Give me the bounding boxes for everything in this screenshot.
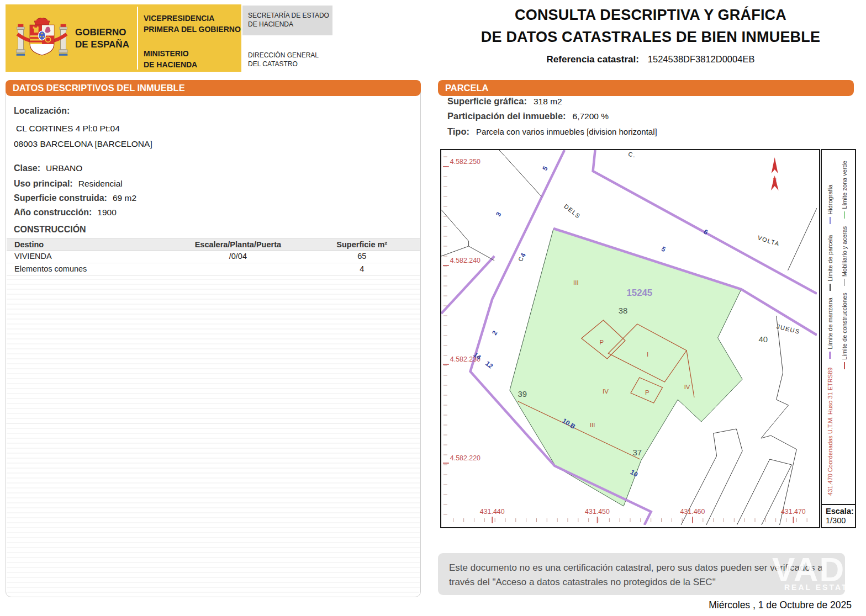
map-label: 39 [518,389,527,399]
map-label: 5 [541,164,550,172]
legend-item: Hidrografía [827,184,833,224]
map-label: 38 [619,306,628,315]
table-cell [172,263,304,276]
map-label: 12 [484,359,494,370]
x-axis-label: 431.450 [585,508,610,516]
secretaria-estado-box: SECRETARÍA DE ESTADO DE HACIENDA [242,6,332,35]
logo-gobierno-text: GOBIERNO DE ESPAÑA [75,26,129,51]
table-row: Elementos comunes4 [7,263,420,276]
legend-swatch-icon [829,352,831,359]
government-logo-block: GOBIERNO DE ESPAÑA VICEPRESIDENCIA PRIME… [6,4,332,72]
north-arrow-icon: N [771,157,779,190]
logo-divider [137,7,138,70]
svg-text:N: N [773,177,776,182]
legend-item: Límite zona verde [841,161,848,218]
descriptive-data-panel: DATOS DESCRIPTIVOS DEL INMUEBLE Localiza… [6,80,421,597]
table-cell: 4 [304,263,420,276]
logo-right-column: SECRETARÍA DE ESTADO DE HACIENDA DIRECCI… [242,4,332,72]
column-header-escalera: Escalera/Planta/Puerta [172,239,304,251]
tipo-field: Tipo:Parcela con varios inmuebles [divis… [447,126,657,137]
cadastral-reference: Referencia catastral:1524538DF3812D0004E… [445,54,856,65]
legend-item: Límite de parcela [827,235,833,291]
legend-swatch-icon [844,211,845,219]
map-label: I [647,351,648,358]
localizacion-label: Localización: [14,106,70,116]
legend-row-2: Límite de construccionesMobiliario y ace… [837,152,852,503]
logo-ministerio-text: MINISTERIO DE HACIENDA [144,49,197,70]
map-label: IV [603,388,609,395]
address-line1: CL CORTINES 4 Pl:0 Pt:04 [16,124,120,134]
table-cell: 65 [304,251,420,263]
direccion-general-text: DIRECCIÓN GENERAL DEL CATASTRO [248,51,319,68]
striped-background [7,275,420,595]
title-line1: CONSULTA DESCRIPTIVA Y GRÁFICA [445,7,856,24]
construction-table-body: VIVIENDA/0/0465Elementos comunes4 [7,251,420,276]
map-label: DELS [563,203,582,220]
legend-swatch-icon [830,284,831,291]
construction-table: Destino Escalera/Planta/Puerta Superfici… [7,238,420,276]
y-axis-label: 4.582.250 [450,158,480,166]
logo-yellow-background: GOBIERNO DE ESPAÑA VICEPRESIDENCIA PRIME… [6,4,241,72]
x-axis-label: 431.460 [680,508,705,516]
column-header-superficie: Superficie m² [304,239,420,251]
map-label: III [590,422,595,428]
descriptive-data-header-bar: DATOS DESCRIPTIVOS DEL INMUEBLE [6,80,421,96]
participacion-field: Participación del inmueble:6,7200 % [447,111,609,121]
map-label: 5 [660,245,667,254]
legend-swatch-icon [844,362,845,369]
legend-row-1: 431.470 Coordenadas U.T.M. Huso 31 ETRS8… [823,152,837,503]
legend-item: Límite de manzana [827,298,833,359]
legend-item: 431.470 Coordenadas U.T.M. Huso 31 ETRS8… [827,368,833,496]
watermark-real-estate: REAL ESTATE [784,583,855,592]
legend-item: Mobiliario y aceras [841,226,848,286]
legend-swatch-icon [844,279,845,286]
logo-vicepresidencia-text: VICEPRESIDENCIA PRIMERA DEL GOBIERNO [144,13,241,35]
spain-coat-of-arms-icon [14,11,70,65]
uso-principal-field: Uso principal:Residencial [14,179,123,189]
clase-field: Clase:URBANO [14,163,82,173]
scale-box: Escala: 1/300 [822,504,855,527]
map-label: 15245 [626,288,652,298]
map-label: VOLTA [757,234,780,247]
document-date: Miércoles , 1 de Octubre de 2025 [709,599,852,611]
map-label: JUEUS [776,323,801,335]
map-label: 37 [633,448,642,457]
legend-swatch-icon [830,217,831,224]
address-line2: 08003 BARCELONA [BARCELONA] [14,139,152,149]
reference-value: 1524538DF3812D0004EB [648,54,755,64]
map-label: C. [628,151,637,158]
cadastral-document-page: GOBIERNO DE ESPAÑA VICEPRESIDENCIA PRIME… [0,0,866,616]
parcel-15245-green-area [510,229,742,506]
table-row: VIVIENDA/0/0465 [7,251,420,263]
parcela-header-bar: PARCELA [438,80,854,96]
legend-item: Límite de construcciones [841,293,848,369]
cadastral-map: N 4.582.2504.582.2404.582.2304.582.22043… [440,149,820,528]
map-label: 2 [490,329,499,336]
column-header-destino: Destino [7,239,172,251]
cadastral-map-svg: N 4.582.2504.582.2404.582.2304.582.22043… [441,150,817,525]
anio-construccion-field: Año construcción:1900 [14,208,117,217]
construccion-section-title: CONSTRUCCIÓN [14,225,86,235]
scale-label: Escala: [826,507,855,516]
map-label: 40 [759,334,768,344]
table-cell: Elementos comunes [7,263,172,276]
reference-label: Referencia catastral: [547,54,639,65]
scale-value: 1/300 [826,516,855,525]
map-label: III [573,279,579,286]
panel-divider [6,423,420,423]
construction-table-header-row: Destino Escalera/Planta/Puerta Superfici… [7,239,420,251]
y-axis-label: 4.582.220 [450,454,480,462]
map-label: IV [684,384,690,390]
map-legend-rotated: 431.470 Coordenadas U.T.M. Huso 31 ETRS8… [823,152,853,503]
superficie-grafica-field: Superficie gráfica:318 m2 [447,96,562,107]
document-title-block: CONSULTA DESCRIPTIVA Y GRÁFICA DE DATOS … [445,7,856,65]
map-label: 3 [494,210,503,217]
y-axis-label: 4.582.240 [450,257,480,264]
superficie-construida-field: Superficie construida:69 m2 [14,193,136,203]
map-label: P [600,339,604,346]
table-cell: /0/04 [172,251,304,263]
title-line2: DE DATOS CATASTRALES DE BIEN INMUEBLE [445,29,856,46]
x-axis-label: 431.470 [781,508,806,516]
x-axis-label: 431.440 [480,508,505,516]
map-legend-column: 431.470 Coordenadas U.T.M. Huso 31 ETRS8… [821,149,856,528]
